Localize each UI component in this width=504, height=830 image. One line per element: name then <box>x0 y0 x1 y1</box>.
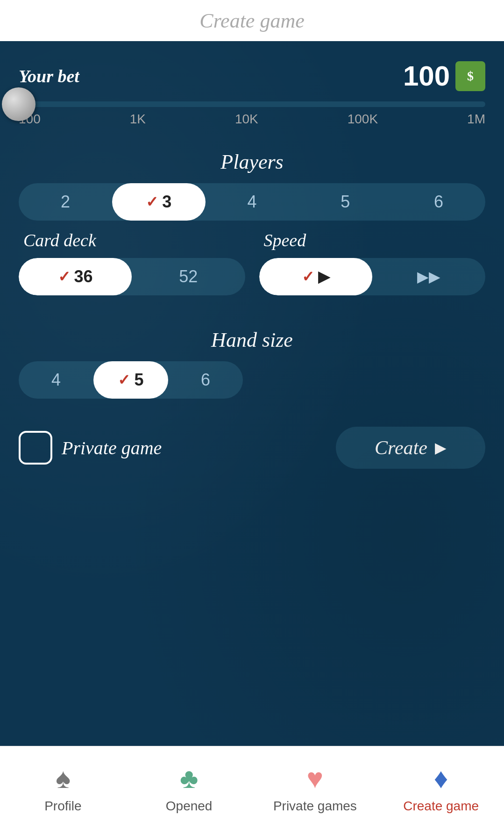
heart-icon: ♥ <box>307 763 324 795</box>
create-game-button[interactable]: Create ▶ <box>336 427 485 469</box>
club-icon: ♣ <box>180 763 198 795</box>
check-3: ✓ <box>146 193 158 211</box>
check-36: ✓ <box>58 268 71 286</box>
slider-labels: 100 1K 10K 100K 1M <box>19 112 485 127</box>
bet-label: Your bet <box>19 66 79 86</box>
players-option-2[interactable]: ✓2 <box>19 183 112 221</box>
hand-size-option-bar: ✓4 ✓5 ✓6 <box>19 361 243 399</box>
slider-label-1m: 1M <box>467 112 485 127</box>
header: Create game <box>0 0 504 41</box>
speed-option-bar: ✓ ▶ ✓ ▶▶ <box>259 258 486 295</box>
players-option-4[interactable]: ✓4 <box>206 183 299 221</box>
speed-option-normal[interactable]: ✓ ▶ <box>259 258 372 295</box>
speed-section: Speed ✓ ▶ ✓ ▶▶ <box>259 230 486 300</box>
speed-option-fast[interactable]: ✓ ▶▶ <box>372 258 485 295</box>
nav-label-create-game: Create game <box>403 799 479 814</box>
hand-size-option-5[interactable]: ✓5 <box>93 361 168 399</box>
players-option-5[interactable]: ✓5 <box>298 183 392 221</box>
hand-size-option-6[interactable]: ✓6 <box>168 361 243 399</box>
bet-slider[interactable] <box>19 101 485 107</box>
play-icon: ▶ <box>318 268 330 286</box>
slider-track <box>19 101 485 107</box>
bet-row: Your bet 100 <box>19 60 485 92</box>
bet-amount-row: 100 <box>403 60 485 92</box>
create-button-play-icon: ▶ <box>435 439 447 457</box>
card-deck-option-bar: ✓36 ✓52 <box>19 258 245 295</box>
check-hand-5: ✓ <box>118 371 130 389</box>
diamond-icon: ♦ <box>434 763 448 795</box>
players-section: Players ✓2 ✓3 ✓4 ✓5 ✓6 <box>19 136 485 225</box>
slider-label-1k: 1K <box>130 112 146 127</box>
fast-forward-icon: ▶▶ <box>417 268 440 286</box>
money-icon <box>455 61 485 91</box>
private-game-checkbox[interactable] <box>19 431 52 465</box>
nav-item-opened[interactable]: ♣ Opened <box>138 763 241 814</box>
page-title: Create game <box>199 9 304 33</box>
nav-label-private-games: Private games <box>273 799 357 814</box>
players-title: Players <box>19 150 485 174</box>
spade-icon: ♠ <box>56 763 71 795</box>
main-content: Your bet 100 100 1K 10K 100K 1M Players … <box>0 41 504 746</box>
hand-size-title: Hand size <box>19 328 485 352</box>
nav-label-profile: Profile <box>44 799 81 814</box>
slider-label-100k: 100K <box>348 112 378 127</box>
players-option-bar: ✓2 ✓3 ✓4 ✓5 ✓6 <box>19 183 485 221</box>
card-deck-option-52[interactable]: ✓52 <box>132 258 245 295</box>
hand-size-option-4[interactable]: ✓4 <box>19 361 93 399</box>
create-button-label: Create <box>375 436 427 459</box>
players-option-6[interactable]: ✓6 <box>392 183 485 221</box>
slider-label-10k: 10K <box>235 112 258 127</box>
players-option-3[interactable]: ✓3 <box>112 183 206 221</box>
card-deck-title: Card deck <box>19 230 245 250</box>
bottom-nav: ♠ Profile ♣ Opened ♥ Private games ♦ Cre… <box>0 746 504 830</box>
check-normal: ✓ <box>302 268 314 286</box>
nav-item-create-game[interactable]: ♦ Create game <box>390 763 492 814</box>
card-deck-option-36[interactable]: ✓36 <box>19 258 132 295</box>
private-game-label: Private game <box>62 437 162 459</box>
speed-title: Speed <box>259 230 486 250</box>
card-deck-section: Card deck ✓36 ✓52 <box>19 230 245 300</box>
private-create-row: Private game Create ▶ <box>19 427 485 469</box>
nav-item-private-games[interactable]: ♥ Private games <box>263 763 366 814</box>
private-game-left: Private game <box>19 431 162 465</box>
bet-section: Your bet 100 100 1K 10K 100K 1M <box>19 60 485 127</box>
slider-thumb[interactable] <box>2 87 35 121</box>
bet-amount: 100 <box>403 60 450 92</box>
nav-label-opened: Opened <box>166 799 213 814</box>
two-col-section: Card deck ✓36 ✓52 Speed ✓ ▶ ✓ ▶▶ <box>19 230 485 300</box>
hand-size-section: Hand size ✓4 ✓5 ✓6 <box>19 314 485 403</box>
nav-item-profile[interactable]: ♠ Profile <box>12 763 114 814</box>
